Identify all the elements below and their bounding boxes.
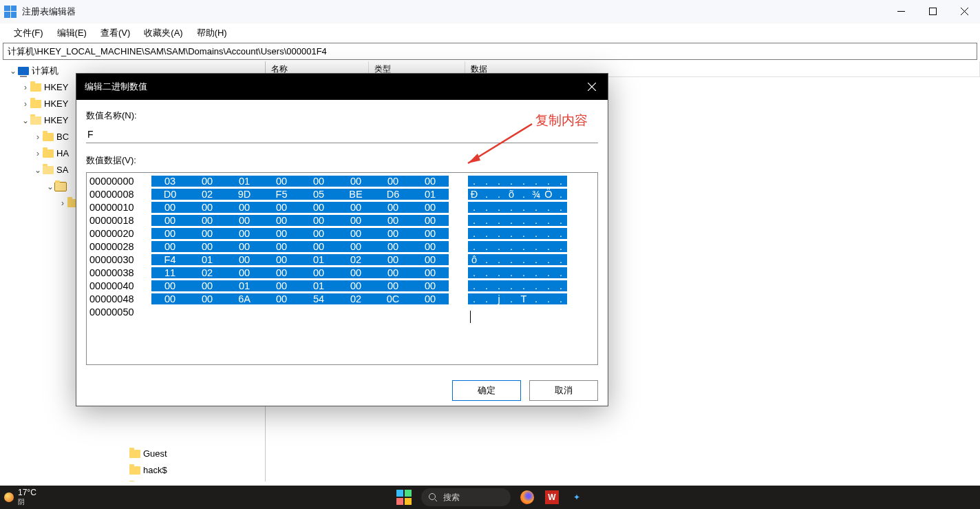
search-placeholder: 搜索 — [443, 492, 460, 503]
close-button[interactable] — [948, 0, 980, 23]
window-title: 注册表编辑器 — [22, 6, 76, 18]
maximize-button[interactable] — [917, 0, 948, 23]
tree-hack[interactable]: hack$ — [0, 462, 265, 479]
wps-icon[interactable]: W — [545, 490, 559, 504]
taskbar-weather[interactable]: 17°C 阴 — [0, 488, 36, 507]
app-icon[interactable]: ✦ — [570, 490, 584, 504]
svg-line-9 — [435, 499, 437, 501]
address-text: 计算机\HKEY_LOCAL_MACHINE\SAM\SAM\Domains\A… — [8, 45, 327, 58]
svg-point-8 — [429, 494, 436, 500]
menu-view[interactable]: 查看(V) — [94, 24, 137, 42]
tree-wdag[interactable]: WDAGUtilityAccount — [0, 479, 265, 481]
menu-file[interactable]: 文件(F) — [7, 24, 50, 42]
tree-guest[interactable]: Guest — [0, 446, 265, 462]
annotation-text: 复制内容 — [535, 112, 588, 129]
dialog-titlebar: 编辑二进制数值 — [76, 74, 608, 100]
dialog-title: 编辑二进制数值 — [85, 81, 147, 93]
cancel-button[interactable]: 取消 — [529, 380, 598, 401]
titlebar: 注册表编辑器 — [0, 0, 980, 23]
ok-button[interactable]: 确定 — [452, 380, 521, 401]
value-name-label: 数值名称(N): — [86, 110, 598, 122]
dialog-close-button[interactable] — [576, 74, 608, 100]
search-icon — [428, 492, 438, 502]
edit-binary-dialog: 编辑二进制数值 数值名称(N): 数值数据(V): 00000000030001… — [76, 73, 608, 406]
weather-icon — [4, 492, 14, 502]
weather-sub: 阴 — [18, 497, 36, 507]
menu-favorites[interactable]: 收藏夹(A) — [137, 24, 189, 42]
menubar: 文件(F) 编辑(E) 查看(V) 收藏夹(A) 帮助(H) — [0, 23, 980, 43]
menu-help[interactable]: 帮助(H) — [190, 24, 234, 42]
hex-editor[interactable]: 000000000300010000000000........00000008… — [86, 172, 598, 365]
taskbar: 17°C 阴 搜索 W ✦ — [0, 486, 980, 509]
menu-edit[interactable]: 编辑(E) — [50, 24, 94, 42]
firefox-icon[interactable] — [520, 490, 534, 504]
minimize-button[interactable] — [885, 0, 917, 23]
value-name-input[interactable] — [86, 127, 598, 143]
svg-rect-1 — [929, 8, 936, 15]
address-bar[interactable]: 计算机\HKEY_LOCAL_MACHINE\SAM\SAM\Domains\A… — [3, 43, 977, 60]
value-data-label: 数值数据(V): — [86, 154, 598, 167]
weather-temp: 17°C — [18, 488, 36, 497]
start-button[interactable] — [396, 490, 412, 505]
taskbar-search[interactable]: 搜索 — [421, 488, 511, 506]
app-icon — [4, 6, 17, 18]
